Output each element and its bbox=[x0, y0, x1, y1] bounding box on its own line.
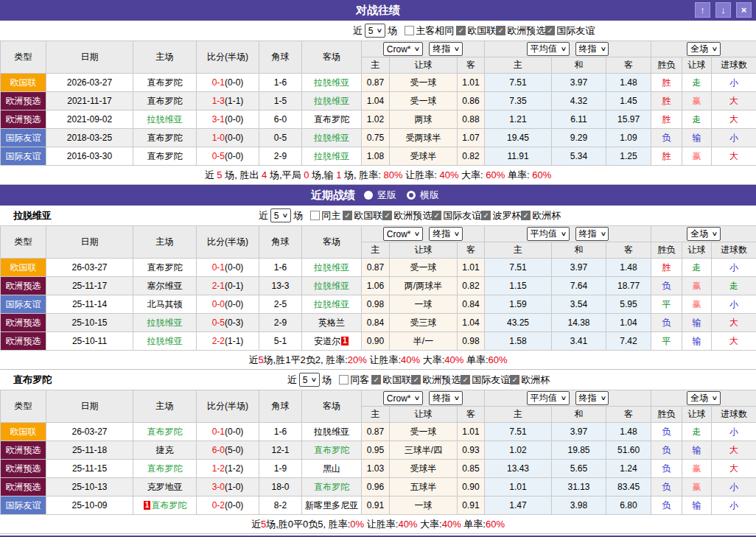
result: 负 bbox=[651, 129, 682, 147]
checkbox-checked-icon: ✓ bbox=[496, 26, 505, 35]
close-button[interactable]: × bbox=[736, 2, 752, 18]
radio-horizontal[interactable] bbox=[407, 191, 416, 200]
col-type: 类型 bbox=[1, 226, 46, 259]
home-odds: 1.03 bbox=[362, 460, 390, 478]
scope-select[interactable]: 全场∨ bbox=[687, 391, 721, 405]
odds-kind-select[interactable]: 终指∨ bbox=[429, 227, 463, 241]
summary-segment: 场,胜1平2负2, 胜率: bbox=[264, 354, 348, 367]
goals-result: 小 bbox=[712, 496, 756, 515]
league-checkbox[interactable]: ✓ 欧国联 bbox=[343, 209, 382, 222]
odds-kind-select[interactable]: 终指∨ bbox=[429, 391, 463, 405]
league-checkbox[interactable]: ✓ 欧洲预选 bbox=[382, 209, 432, 222]
col-home: 主场 bbox=[133, 390, 197, 423]
match-type: 欧洲预选 bbox=[1, 314, 46, 332]
same-away-checkbox[interactable]: 同客 bbox=[339, 373, 369, 387]
result: 平 bbox=[651, 295, 682, 314]
match-date: 2018-03-25 bbox=[46, 129, 133, 147]
league-checkbox[interactable]: ✓ 国际友谊 bbox=[461, 373, 510, 387]
score: 0-5(0-3) bbox=[197, 314, 259, 332]
result: 胜 bbox=[651, 74, 682, 92]
match-count-select[interactable]: 5 ∨ bbox=[299, 373, 321, 387]
goals-result: 小 bbox=[712, 74, 756, 92]
home-team: 直布罗陀 bbox=[133, 259, 197, 277]
match-date: 2021-11-17 bbox=[46, 92, 133, 110]
corners: 1-6 bbox=[259, 74, 302, 92]
match-count-select[interactable]: 5 ∨ bbox=[270, 208, 292, 222]
league-checkbox[interactable]: ✓ 国际友谊 bbox=[545, 24, 595, 38]
summary-segment: 60% bbox=[486, 169, 505, 180]
odds-kind-select[interactable]: 终指∨ bbox=[429, 42, 463, 56]
same-home-away-checkbox[interactable]: 主客相同 bbox=[405, 24, 454, 38]
odds-select-cell: Crow*∨ 终指∨ bbox=[362, 226, 485, 242]
sub-away: 客 bbox=[458, 242, 485, 259]
league-label: 国际友谊 bbox=[443, 209, 481, 222]
league-checkbox[interactable]: ✓ 欧洲杯 bbox=[510, 373, 550, 387]
avg-kind-select[interactable]: 终指∨ bbox=[575, 227, 609, 241]
avg-draw: 3.97 bbox=[552, 74, 606, 92]
avg-select-cell: 平均值∨ 终指∨ bbox=[485, 390, 651, 407]
away-odds: 0.84 bbox=[458, 295, 485, 314]
avg-kind-select[interactable]: 终指∨ bbox=[575, 391, 609, 405]
avg-select[interactable]: 平均值∨ bbox=[527, 391, 570, 405]
scroll-up-button[interactable]: ↑ bbox=[695, 2, 710, 18]
result: 负 bbox=[651, 314, 682, 332]
goals-result: 小 bbox=[712, 478, 756, 496]
score: 2-1(0-1) bbox=[197, 277, 259, 295]
away-odds: 0.88 bbox=[458, 110, 485, 129]
red-card-badge: 1 bbox=[144, 501, 151, 510]
league-checkbox[interactable]: ✓ 欧洲杯 bbox=[521, 209, 561, 222]
handicap: 受一球 bbox=[390, 423, 458, 441]
odds-source-select[interactable]: Crow*∨ bbox=[383, 227, 424, 241]
odds-source-select[interactable]: Crow*∨ bbox=[383, 391, 424, 405]
sub-avg-home: 主 bbox=[485, 57, 552, 74]
table-row: 欧洲预选 25-10-15 拉脱维亚 0-5(0-3) 2-9 英格兰 0.84… bbox=[1, 314, 756, 332]
summary-segment: 1 bbox=[336, 169, 341, 180]
match-type: 国际友谊 bbox=[1, 129, 46, 147]
home-odds: 1.04 bbox=[362, 92, 390, 110]
avg-select[interactable]: 平均值∨ bbox=[527, 42, 570, 56]
home-odds: 0.87 bbox=[362, 74, 390, 92]
avg-select[interactable]: 平均值∨ bbox=[527, 227, 570, 241]
col-home: 主场 bbox=[133, 41, 197, 74]
table-row: 欧洲预选 2021-11-17 直布罗陀 1-3(1-1) 1-5 拉脱维亚 1… bbox=[1, 92, 756, 110]
avg-away: 1.04 bbox=[606, 314, 651, 332]
league-checkbox[interactable]: ✓ 欧洲预选 bbox=[496, 24, 545, 38]
summary-segment: 近 bbox=[205, 169, 217, 182]
away-team: 安道尔1 bbox=[302, 332, 362, 351]
radio-horizontal-label: 横版 bbox=[420, 189, 439, 202]
avg-draw: 6.11 bbox=[552, 110, 606, 129]
home-odds: 0.98 bbox=[362, 295, 390, 314]
odds-source-select[interactable]: Crow*∨ bbox=[383, 42, 424, 56]
away-odds: 1.04 bbox=[458, 314, 485, 332]
home-odds: 0.84 bbox=[362, 314, 390, 332]
avg-draw: 14.38 bbox=[552, 314, 606, 332]
checkbox-checked-icon: ✓ bbox=[371, 375, 381, 385]
league-checkbox[interactable]: ✓ 欧国联 bbox=[456, 24, 496, 38]
sub-home: 主 bbox=[362, 407, 390, 423]
summary-segment: 大率: bbox=[417, 518, 441, 531]
handicap: 五球半 bbox=[390, 478, 458, 496]
avg-kind-select[interactable]: 终指∨ bbox=[575, 42, 609, 56]
col-result: 胜负 bbox=[651, 407, 682, 423]
league-label: 欧洲预选 bbox=[422, 373, 461, 387]
same-home-checkbox[interactable]: 同主 bbox=[310, 209, 340, 222]
avg-draw: 9.29 bbox=[552, 129, 606, 147]
league-checkbox[interactable]: ✓ 国际友谊 bbox=[432, 209, 481, 222]
league-checkbox[interactable]: ✓ 波罗杯 bbox=[481, 209, 521, 222]
radio-vertical[interactable] bbox=[364, 191, 373, 200]
summary-segment: 60% bbox=[489, 354, 508, 365]
col-score: 比分(半场) bbox=[197, 41, 259, 74]
summary-segment: 场,平局 bbox=[267, 169, 304, 182]
col-date: 日期 bbox=[46, 390, 133, 423]
match-date: 2021-09-02 bbox=[46, 110, 133, 129]
scope-select[interactable]: 全场∨ bbox=[687, 42, 721, 56]
match-count-select[interactable]: 5 ∨ bbox=[365, 24, 386, 38]
games-label: 场 bbox=[388, 24, 397, 38]
goals-result: 小 bbox=[712, 423, 756, 441]
checkbox-unchecked-icon bbox=[339, 375, 349, 385]
league-checkbox[interactable]: ✓ 欧国联 bbox=[371, 373, 411, 387]
scope-select[interactable]: 全场∨ bbox=[687, 227, 721, 241]
scroll-down-button[interactable]: ↓ bbox=[715, 2, 731, 18]
league-checkbox[interactable]: ✓ 欧洲预选 bbox=[411, 373, 461, 387]
avg-home: 1.58 bbox=[485, 332, 552, 351]
